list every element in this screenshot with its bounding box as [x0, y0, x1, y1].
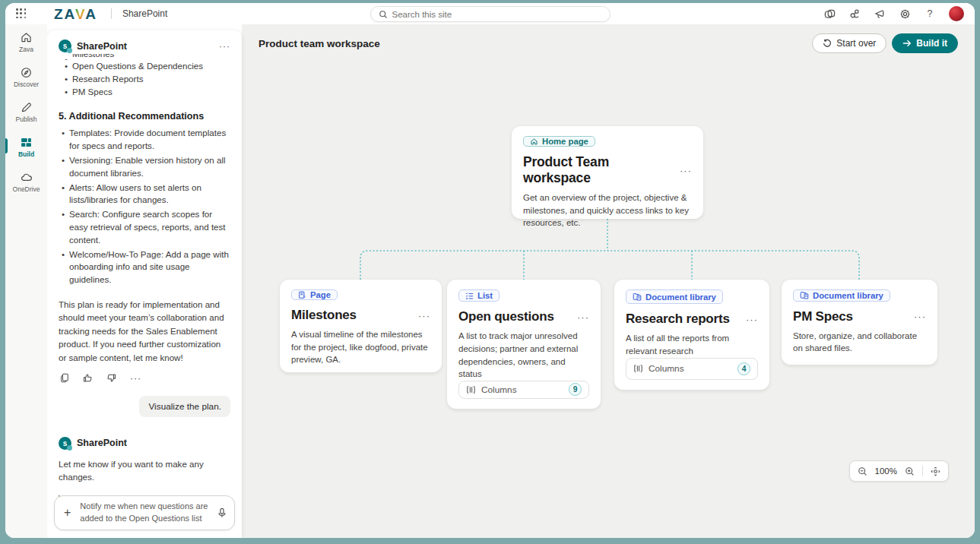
help-icon[interactable]: ? — [924, 8, 936, 20]
list-item: PM Specs — [63, 86, 230, 99]
rail-item-discover[interactable]: Discover — [5, 59, 47, 94]
document-library-badge: Document library — [626, 289, 723, 304]
search-placeholder: Search this site — [392, 10, 452, 19]
list-badge: List — [458, 289, 500, 302]
chat-input[interactable]: + Notify me when new questions are added… — [54, 495, 235, 530]
start-over-button[interactable]: Start over — [812, 33, 886, 53]
cloud-icon — [20, 171, 33, 184]
copilot-chat-panel: s SharePoint ··· Milestones Open Questio… — [47, 30, 242, 538]
assistant-name: SharePoint — [77, 438, 127, 448]
home-page-card[interactable]: Home page Product Team workspace ··· Get… — [512, 126, 703, 219]
recommendations-list: Templates: Provide document templates fo… — [60, 127, 230, 286]
copy-icon[interactable] — [60, 373, 69, 383]
card-more-icon[interactable]: ··· — [914, 311, 926, 322]
site-search-input[interactable]: Search this site — [370, 6, 611, 22]
list-item: Versioning: Enable version history on al… — [60, 154, 230, 180]
document-library-badge: Document library — [793, 289, 890, 302]
logo-letter: A — [65, 6, 75, 22]
rail-item-publish[interactable]: Publish — [5, 94, 47, 129]
assistant-message-header: s SharePoint — [59, 437, 230, 450]
arrow-right-icon — [902, 39, 912, 48]
logo-letter: A — [85, 6, 97, 22]
card-description: A visual timeline of the milestones for … — [291, 328, 430, 366]
left-rail: Zava Discover Publish Build OneDrive — [5, 24, 47, 538]
message-text: Let me know if you want to make any chan… — [59, 457, 230, 484]
copilot-icon[interactable] — [823, 8, 836, 20]
card-more-icon[interactable]: ··· — [577, 312, 589, 323]
chat-input-placeholder: Notify me when new questions are added t… — [80, 501, 211, 525]
rail-item-zava[interactable]: Zava — [5, 24, 47, 59]
card-title: Open questions — [458, 309, 554, 324]
card-title: Milestones — [291, 308, 357, 323]
sharepoint-logo-icon: s — [59, 437, 71, 450]
home-icon — [20, 31, 33, 44]
list-item: Welcome/How-To Page: Add a page with onb… — [60, 248, 230, 286]
divider — [111, 8, 112, 19]
rail-item-onedrive[interactable]: OneDrive — [5, 164, 47, 199]
add-attachment-icon[interactable]: + — [64, 506, 71, 520]
card-description: A list to track major unresolved decisio… — [458, 330, 589, 381]
list-item: Open Questions & Dependencies — [63, 60, 230, 73]
open-questions-card[interactable]: List Open questions ··· A list to track … — [447, 280, 601, 409]
pencil-icon — [20, 101, 33, 114]
recommendations-heading: 5. Additional Recommendations — [59, 111, 230, 122]
columns-icon — [466, 385, 476, 394]
milestones-card[interactable]: Page Milestones ··· A visual timeline of… — [280, 280, 442, 372]
fit-to-view-icon[interactable] — [931, 467, 940, 476]
columns-row[interactable]: Columns 9 — [458, 381, 589, 399]
build-it-button[interactable]: Build it — [892, 33, 958, 53]
app-window: ZAVA SharePoint Search this site ? — [5, 3, 975, 538]
megaphone-icon[interactable] — [874, 8, 886, 20]
assistant-message-header: s SharePoint ··· — [59, 40, 230, 52]
message-reactions: ··· — [60, 373, 230, 384]
more-actions-icon[interactable]: ··· — [130, 373, 141, 384]
workspace-canvas: Product team workspace Start over Build … — [242, 24, 975, 538]
user-message-bubble: Visualize the plan. — [139, 396, 230, 417]
zoom-in-icon[interactable] — [905, 467, 915, 476]
list-item: Research Reports — [63, 73, 230, 86]
home-page-badge: Home page — [523, 136, 595, 147]
card-description: Get an overview of the project, objectiv… — [523, 191, 692, 229]
assistant-name: SharePoint — [77, 41, 127, 52]
people-icon[interactable] — [848, 8, 861, 20]
document-library-icon — [633, 293, 642, 301]
document-library-icon — [800, 291, 809, 299]
card-description: A list of all the reports from relevant … — [626, 332, 758, 357]
research-reports-card[interactable]: Document library Research reports ··· A … — [614, 280, 769, 390]
list-item: Milestones — [63, 54, 230, 60]
microphone-icon[interactable] — [217, 508, 227, 518]
canvas-title: Product team workspace — [258, 38, 380, 49]
columns-count-badge: 4 — [737, 362, 750, 375]
columns-icon — [633, 364, 643, 373]
home-icon — [530, 138, 538, 146]
restart-icon — [823, 39, 832, 48]
blocks-icon — [20, 136, 33, 149]
logo-letter: V — [75, 6, 85, 22]
zoom-level[interactable]: 100% — [875, 467, 897, 476]
settings-gear-icon[interactable] — [899, 8, 911, 20]
list-icon — [465, 292, 474, 300]
page-badge: Page — [291, 289, 338, 300]
zoom-out-icon[interactable] — [858, 467, 867, 476]
columns-count-badge: 9 — [569, 383, 582, 396]
card-more-icon[interactable]: ··· — [746, 314, 758, 325]
card-more-icon[interactable]: ··· — [680, 165, 692, 176]
card-more-icon[interactable]: ··· — [418, 310, 430, 321]
app-name: SharePoint — [122, 8, 167, 19]
app-launcher-icon[interactable] — [16, 8, 27, 19]
pm-specs-card[interactable]: Document library PM Specs ··· Store, org… — [782, 280, 937, 365]
list-item: Templates: Provide document templates fo… — [60, 127, 230, 153]
card-description: Store, organize, and collaborate on shar… — [793, 330, 926, 355]
columns-row[interactable]: Columns 4 — [626, 358, 758, 380]
closing-paragraph: This plan is ready for implementation an… — [59, 298, 230, 364]
message-more-icon[interactable]: ··· — [219, 41, 230, 52]
list-item: Alerts: Allow users to set alerts on lis… — [60, 182, 230, 207]
logo-letter: Z — [54, 6, 65, 22]
rail-item-build[interactable]: Build — [5, 129, 47, 164]
top-bar-actions: ? — [823, 6, 975, 21]
page-icon — [298, 291, 306, 299]
thumbs-up-icon[interactable] — [83, 373, 93, 383]
thumbs-down-icon[interactable] — [106, 373, 116, 383]
sharepoint-logo-icon: s — [59, 40, 71, 52]
user-avatar[interactable] — [949, 6, 964, 21]
